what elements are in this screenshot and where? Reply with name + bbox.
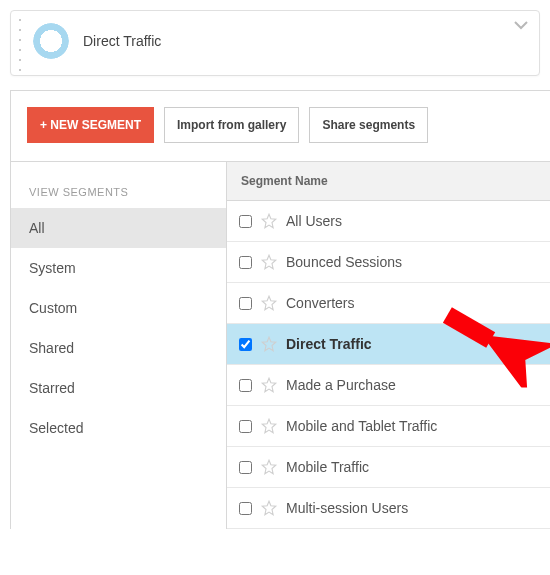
segments-table: Segment Name All UsersBounced SessionsCo… xyxy=(226,161,550,529)
segment-label: Mobile and Tablet Traffic xyxy=(286,418,437,434)
sidebar: VIEW SEGMENTS AllSystemCustomSharedStarr… xyxy=(11,161,226,529)
segment-label: Converters xyxy=(286,295,354,311)
new-segment-button[interactable]: + NEW SEGMENT xyxy=(27,107,154,143)
sidebar-item-custom[interactable]: Custom xyxy=(11,288,226,328)
segment-summary-card[interactable]: Direct Traffic xyxy=(10,10,540,76)
star-icon[interactable] xyxy=(260,253,278,271)
star-icon[interactable] xyxy=(260,212,278,230)
segment-checkbox[interactable] xyxy=(239,379,252,392)
segment-row[interactable]: Direct Traffic xyxy=(227,324,550,365)
plus-icon: + xyxy=(40,118,50,132)
sidebar-item-all[interactable]: All xyxy=(11,208,226,248)
sidebar-header: VIEW SEGMENTS xyxy=(11,172,226,208)
segment-summary-title: Direct Traffic xyxy=(83,33,161,49)
segment-checkbox[interactable] xyxy=(239,297,252,310)
segment-row[interactable]: All Users xyxy=(227,201,550,242)
star-icon[interactable] xyxy=(260,458,278,476)
segments-panel: + NEW SEGMENT Import from gallery Share … xyxy=(10,90,550,529)
star-icon[interactable] xyxy=(260,417,278,435)
segment-label: Mobile Traffic xyxy=(286,459,369,475)
toolbar: + NEW SEGMENT Import from gallery Share … xyxy=(11,91,550,161)
star-icon[interactable] xyxy=(260,499,278,517)
content: VIEW SEGMENTS AllSystemCustomSharedStarr… xyxy=(11,161,550,529)
segment-row[interactable]: Converters xyxy=(227,283,550,324)
star-icon[interactable] xyxy=(260,376,278,394)
segment-checkbox[interactable] xyxy=(239,502,252,515)
segment-row[interactable]: Mobile Traffic xyxy=(227,447,550,488)
segment-row[interactable]: Multi-session Users xyxy=(227,488,550,529)
segment-label: Made a Purchase xyxy=(286,377,396,393)
star-icon[interactable] xyxy=(260,294,278,312)
segment-label: Direct Traffic xyxy=(286,336,372,352)
segment-checkbox[interactable] xyxy=(239,256,252,269)
share-button[interactable]: Share segments xyxy=(309,107,428,143)
new-segment-label: NEW SEGMENT xyxy=(50,118,141,132)
import-button[interactable]: Import from gallery xyxy=(164,107,299,143)
segment-checkbox[interactable] xyxy=(239,338,252,351)
segment-checkbox[interactable] xyxy=(239,461,252,474)
sidebar-item-system[interactable]: System xyxy=(11,248,226,288)
donut-chart-icon xyxy=(33,23,69,59)
segment-label: Bounced Sessions xyxy=(286,254,402,270)
segment-label: Multi-session Users xyxy=(286,500,408,516)
segment-checkbox[interactable] xyxy=(239,420,252,433)
sidebar-item-shared[interactable]: Shared xyxy=(11,328,226,368)
sidebar-item-starred[interactable]: Starred xyxy=(11,368,226,408)
star-icon[interactable] xyxy=(260,335,278,353)
segment-label: All Users xyxy=(286,213,342,229)
chevron-down-icon[interactable] xyxy=(513,17,529,36)
sidebar-item-selected[interactable]: Selected xyxy=(11,408,226,448)
column-header-name: Segment Name xyxy=(227,161,550,201)
segment-row[interactable]: Made a Purchase xyxy=(227,365,550,406)
drag-handle[interactable] xyxy=(11,11,21,75)
segment-checkbox[interactable] xyxy=(239,215,252,228)
segment-row[interactable]: Bounced Sessions xyxy=(227,242,550,283)
segment-row[interactable]: Mobile and Tablet Traffic xyxy=(227,406,550,447)
